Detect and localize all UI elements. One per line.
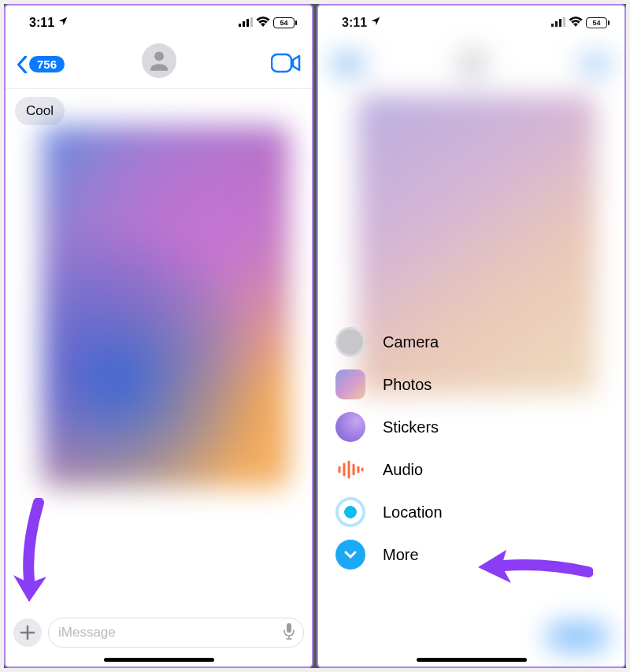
menu-item-more[interactable]: More [335, 540, 443, 570]
photos-icon [335, 369, 365, 399]
avatar-icon [142, 43, 176, 78]
svg-rect-6 [287, 623, 291, 633]
menu-item-stickers[interactable]: Stickers [335, 412, 443, 442]
menu-label: Stickers [383, 418, 439, 436]
svg-rect-9 [559, 19, 561, 27]
svg-rect-10 [563, 17, 565, 27]
menu-item-audio[interactable]: Audio [335, 455, 443, 485]
svg-point-4 [154, 51, 164, 61]
contact-avatar-button[interactable] [142, 43, 176, 78]
svg-rect-3 [250, 17, 253, 27]
svg-rect-7 [551, 24, 554, 27]
cell-signal-icon [239, 16, 253, 30]
unread-badge: 756 [29, 56, 65, 72]
menu-label: Audio [383, 461, 423, 479]
screenshot-right: 3:11 54 [317, 4, 626, 668]
menu-item-location[interactable]: Location [335, 497, 443, 527]
status-time: 3:11 [342, 16, 367, 30]
received-message-bubble[interactable]: Cool [15, 97, 65, 125]
menu-label: Photos [383, 376, 432, 394]
camera-icon [335, 327, 365, 357]
home-indicator[interactable] [417, 658, 527, 662]
status-bar: 3:11 54 [318, 6, 624, 40]
menu-label: More [383, 546, 419, 564]
battery-icon: 54 [586, 17, 607, 28]
messages-area[interactable]: Cool [6, 89, 312, 605]
wifi-icon [569, 16, 583, 30]
dictation-button[interactable] [283, 622, 295, 644]
home-indicator[interactable] [104, 658, 214, 662]
cell-signal-icon [551, 16, 565, 30]
wifi-icon [256, 16, 270, 30]
audio-waveform-icon [335, 455, 365, 485]
message-input[interactable]: iMessage [48, 618, 304, 648]
facetime-button[interactable] [271, 53, 301, 76]
blurred-image-attachment [42, 125, 290, 488]
compose-bar: iMessage [6, 614, 312, 651]
svg-rect-5 [272, 54, 291, 72]
attachment-menu: Camera Photos Stickers Audio Location [335, 327, 443, 570]
svg-rect-8 [555, 21, 558, 27]
status-time: 3:11 [29, 16, 54, 30]
back-button[interactable]: 756 [17, 56, 65, 73]
status-bar: 3:11 54 [6, 6, 312, 40]
location-services-icon [57, 16, 69, 30]
screenshot-left: 3:11 54 756 [4, 4, 313, 668]
stickers-icon [335, 412, 365, 442]
menu-label: Location [383, 503, 443, 522]
svg-rect-0 [239, 24, 241, 27]
battery-icon: 54 [273, 17, 295, 28]
menu-label: Camera [383, 333, 439, 351]
conversation-header: 756 [6, 40, 312, 89]
chevron-down-icon [335, 540, 365, 570]
menu-item-photos[interactable]: Photos [335, 369, 443, 399]
message-placeholder: iMessage [58, 625, 116, 640]
menu-item-camera[interactable]: Camera [335, 327, 443, 357]
svg-rect-1 [243, 21, 245, 27]
location-services-icon [370, 16, 381, 30]
attachments-plus-button[interactable] [13, 618, 42, 647]
location-icon [335, 497, 365, 527]
svg-rect-2 [246, 19, 249, 27]
